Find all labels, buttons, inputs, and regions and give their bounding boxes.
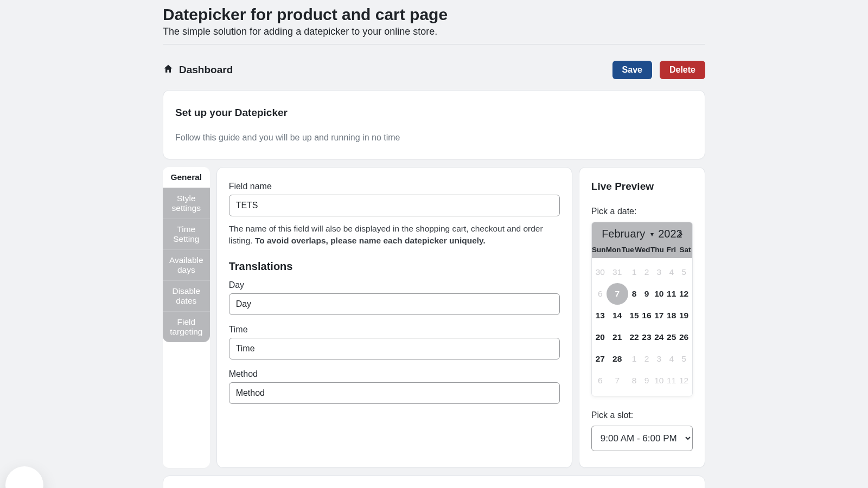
- calendar-month-select[interactable]: February ▾: [602, 228, 654, 240]
- calendar-day: 11: [665, 370, 678, 391]
- calendar-dow: Wed: [635, 246, 650, 254]
- page-header: Datepicker for product and cart page The…: [163, 5, 705, 44]
- calendar-day[interactable]: 22: [628, 326, 641, 348]
- calendar-month-label: February: [602, 228, 645, 240]
- method-label: Method: [229, 369, 560, 379]
- calendar-day: 31: [607, 261, 628, 283]
- calendar-day: 6: [594, 283, 607, 305]
- calendar-day: 4: [665, 348, 678, 370]
- sidenav-item-field-targeting[interactable]: Field targeting: [163, 312, 210, 342]
- breadcrumb-label: Dashboard: [179, 64, 233, 76]
- preview-card: Live Preview Pick a date: February ▾ 202…: [579, 167, 705, 468]
- calendar-day: 5: [678, 348, 690, 370]
- calendar-dow: Sat: [678, 246, 692, 254]
- calendar-day: 6: [594, 370, 607, 391]
- calendar: February ▾ 2022 SunMonTueWedThuFriSat 30…: [591, 222, 693, 396]
- pick-slot-label: Pick a slot:: [591, 410, 693, 420]
- slot-select[interactable]: 9:00 AM - 6:00 PM: [591, 426, 693, 451]
- preview-header: Live Preview: [591, 181, 693, 192]
- breadcrumb[interactable]: Dashboard: [163, 63, 233, 77]
- calendar-dow: Thu: [650, 246, 665, 254]
- footer-panel: Back Save Next: [163, 476, 705, 488]
- calendar-day[interactable]: 24: [653, 326, 665, 348]
- chevron-down-icon: ▾: [650, 230, 654, 238]
- intro-panel: Set up your Datepicker Follow this guide…: [163, 90, 705, 159]
- calendar-day[interactable]: 7: [607, 283, 628, 305]
- calendar-day: 1: [628, 348, 641, 370]
- field-name-input[interactable]: [229, 195, 560, 216]
- chat-bubble[interactable]: [5, 466, 43, 488]
- field-name-help-strong: To avoid overlaps, please name each date…: [255, 236, 486, 245]
- calendar-day: 9: [641, 370, 653, 391]
- calendar-day[interactable]: 19: [678, 305, 690, 326]
- calendar-day: 1: [628, 261, 641, 283]
- time-input[interactable]: [229, 338, 560, 359]
- calendar-day[interactable]: 18: [665, 305, 678, 326]
- save-button[interactable]: Save: [612, 61, 652, 79]
- calendar-day[interactable]: 28: [607, 348, 628, 370]
- page-title: Datepicker for product and cart page: [163, 5, 705, 24]
- calendar-day[interactable]: 25: [665, 326, 678, 348]
- delete-button[interactable]: Delete: [660, 61, 705, 79]
- calendar-day[interactable]: 8: [628, 283, 641, 305]
- sidenav-item-time-setting[interactable]: Time Setting: [163, 219, 210, 250]
- calendar-day[interactable]: 14: [607, 305, 628, 326]
- calendar-day: 30: [594, 261, 607, 283]
- home-icon: [163, 63, 174, 77]
- topbar: Dashboard Save Delete: [163, 44, 705, 90]
- form-card: Field name The name of this field will a…: [216, 167, 572, 468]
- calendar-dow: Tue: [621, 246, 635, 254]
- day-label: Day: [229, 280, 560, 290]
- translations-header: Translations: [229, 260, 560, 273]
- day-input[interactable]: [229, 293, 560, 315]
- calendar-day[interactable]: 27: [594, 348, 607, 370]
- calendar-next-button[interactable]: [676, 229, 685, 237]
- sidenav-item-general[interactable]: General: [163, 167, 210, 188]
- intro-title: Set up your Datepicker: [175, 107, 693, 119]
- calendar-day: 12: [678, 370, 690, 391]
- calendar-day[interactable]: 23: [641, 326, 653, 348]
- calendar-dow: Mon: [606, 246, 621, 254]
- calendar-day[interactable]: 16: [641, 305, 653, 326]
- calendar-day: 2: [641, 261, 653, 283]
- sidenav-item-style-settings[interactable]: Style settings: [163, 188, 210, 219]
- calendar-day[interactable]: 17: [653, 305, 665, 326]
- pick-date-label: Pick a date:: [591, 207, 693, 216]
- calendar-day[interactable]: 13: [594, 305, 607, 326]
- top-actions: Save Delete: [612, 61, 705, 79]
- calendar-day[interactable]: 11: [665, 283, 678, 305]
- calendar-day[interactable]: 20: [594, 326, 607, 348]
- calendar-body: 3031123456789101112131415161718192021222…: [592, 258, 692, 396]
- time-label: Time: [229, 325, 560, 335]
- calendar-day: 10: [653, 370, 665, 391]
- calendar-dow: Sun: [592, 246, 606, 254]
- calendar-day: 3: [653, 348, 665, 370]
- sidenav: GeneralStyle settingsTime SettingAvailab…: [163, 167, 210, 468]
- calendar-dow-row: SunMonTueWedThuFriSat: [592, 243, 692, 258]
- calendar-day[interactable]: 9: [641, 283, 653, 305]
- field-name-label: Field name: [229, 182, 560, 191]
- calendar-day[interactable]: 21: [607, 326, 628, 348]
- calendar-day[interactable]: 10: [653, 283, 665, 305]
- method-input[interactable]: [229, 382, 560, 404]
- calendar-dow: Fri: [664, 246, 678, 254]
- calendar-day: 5: [678, 261, 690, 283]
- calendar-day: 7: [607, 370, 628, 391]
- calendar-day: 3: [653, 261, 665, 283]
- calendar-day[interactable]: 12: [678, 283, 690, 305]
- field-name-help: The name of this field will also be disp…: [229, 223, 560, 247]
- main-row: GeneralStyle settingsTime SettingAvailab…: [163, 167, 705, 468]
- sidenav-item-available-days[interactable]: Available days: [163, 250, 210, 281]
- calendar-day[interactable]: 15: [628, 305, 641, 326]
- calendar-day[interactable]: 26: [678, 326, 690, 348]
- page-subtitle: The simple solution for adding a datepic…: [163, 26, 705, 37]
- calendar-day: 4: [665, 261, 678, 283]
- sidenav-item-disable-dates[interactable]: Disable dates: [163, 281, 210, 312]
- intro-body: Follow this guide and you will be up and…: [175, 133, 693, 143]
- calendar-day: 2: [641, 348, 653, 370]
- calendar-day: 8: [628, 370, 641, 391]
